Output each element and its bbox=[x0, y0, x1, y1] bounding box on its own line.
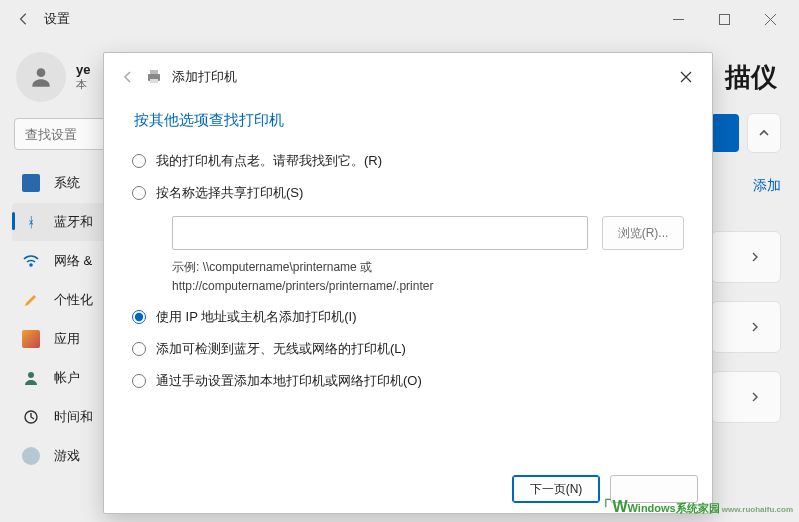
share-example-text: 示例: \\computername\printername 或 http://… bbox=[172, 258, 684, 296]
dialog-subtitle: 按其他选项查找打印机 bbox=[104, 93, 712, 134]
option-label: 通过手动设置添加本地打印机或网络打印机(O) bbox=[156, 372, 422, 390]
svg-rect-5 bbox=[150, 70, 158, 74]
printer-icon bbox=[144, 67, 164, 87]
radio-wireless-printer[interactable] bbox=[132, 342, 146, 356]
option-label: 我的打印机有点老。请帮我找到它。(R) bbox=[156, 152, 382, 170]
radio-old-printer[interactable] bbox=[132, 154, 146, 168]
radio-share-printer[interactable] bbox=[132, 186, 146, 200]
option-ip-printer[interactable]: 使用 IP 地址或主机名添加打印机(I) bbox=[132, 308, 684, 326]
watermark-brand-text: Windows bbox=[628, 502, 676, 514]
option-label: 使用 IP 地址或主机名添加打印机(I) bbox=[156, 308, 357, 326]
next-button[interactable]: 下一页(N) bbox=[512, 475, 600, 503]
watermark-brand: 「W bbox=[596, 497, 627, 518]
dialog-header: 添加打印机 bbox=[104, 53, 712, 93]
watermark-url: www.ruohaifu.com bbox=[722, 505, 793, 514]
option-manual-printer[interactable]: 通过手动设置添加本地打印机或网络打印机(O) bbox=[132, 372, 684, 390]
option-wireless-printer[interactable]: 添加可检测到蓝牙、无线或网络的打印机(L) bbox=[132, 340, 684, 358]
dialog-back-button[interactable] bbox=[114, 63, 142, 91]
watermark: 「W Windows 系统家园 www.ruohaifu.com bbox=[596, 497, 793, 518]
browse-button[interactable]: 浏览(R)... bbox=[602, 216, 684, 250]
svg-rect-6 bbox=[150, 79, 158, 83]
add-printer-dialog: 添加打印机 按其他选项查找打印机 我的打印机有点老。请帮我找到它。(R) 按名称… bbox=[103, 52, 713, 514]
option-share-printer[interactable]: 按名称选择共享打印机(S) bbox=[132, 184, 684, 202]
share-name-input[interactable] bbox=[172, 216, 588, 250]
watermark-text: 系统家园 bbox=[676, 501, 720, 516]
dialog-body: 我的打印机有点老。请帮我找到它。(R) 按名称选择共享打印机(S) 浏览(R).… bbox=[104, 134, 712, 467]
dialog-title: 添加打印机 bbox=[172, 68, 237, 86]
radio-manual-printer[interactable] bbox=[132, 374, 146, 388]
dialog-close-button[interactable] bbox=[670, 63, 702, 91]
option-label: 按名称选择共享打印机(S) bbox=[156, 184, 303, 202]
option-old-printer[interactable]: 我的打印机有点老。请帮我找到它。(R) bbox=[132, 152, 684, 170]
radio-ip-printer[interactable] bbox=[132, 310, 146, 324]
option-label: 添加可检测到蓝牙、无线或网络的打印机(L) bbox=[156, 340, 406, 358]
